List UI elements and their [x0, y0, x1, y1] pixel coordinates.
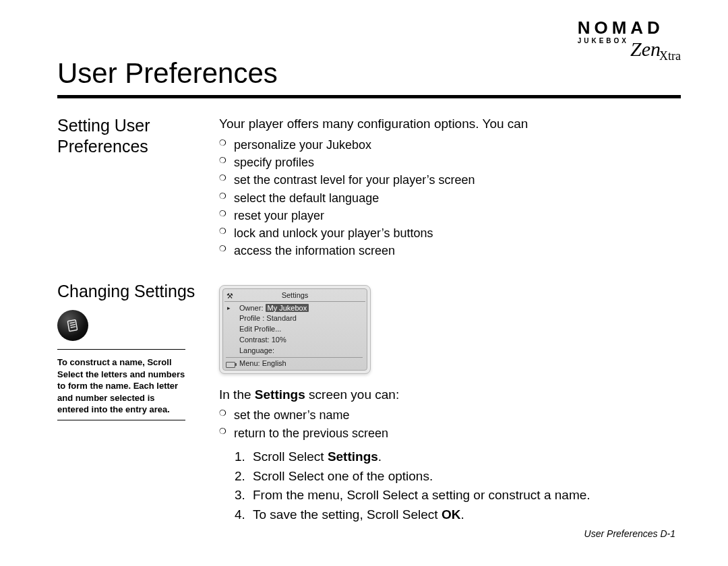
brand-zen: Zen [630, 39, 661, 59]
tip-text: To construct a name, Scroll Select the l… [57, 356, 189, 416]
step-item: To save the setting, Scroll Select OK. [249, 506, 681, 524]
bullet-item: access the information screen [234, 243, 681, 259]
svg-line-1 [70, 322, 75, 323]
bullet-item: select the default language [234, 190, 681, 206]
steps-list: Scroll Select Settings. Scroll Select on… [219, 448, 681, 524]
section2-bullets: set the owner’s name return to the previ… [219, 407, 681, 441]
bullet-item: reset your player [234, 208, 681, 224]
screen-row-language: Language: [239, 346, 363, 356]
brand-nomad: NOMAD [578, 19, 681, 36]
screen-row-edit: Edit Profile... [239, 324, 363, 334]
page-footer: User Preferences D-1 [584, 528, 675, 539]
play-icon: ▸ [227, 304, 231, 312]
bullet-item: set the contrast level for your player’s… [234, 172, 681, 188]
section1-intro: Your player offers many configuration op… [219, 115, 681, 133]
step-item: Scroll Select Settings. [249, 448, 681, 466]
bullet-item: set the owner’s name [234, 407, 681, 423]
bullet-item: return to the previous screen [234, 425, 681, 441]
section-heading-setting: Setting User Preferences [57, 115, 202, 158]
tip-rule-top [57, 349, 185, 350]
step-item: Scroll Select one of the options. [249, 468, 681, 485]
bullet-item: lock and unlock your player’s buttons [234, 225, 681, 241]
svg-rect-0 [67, 320, 77, 332]
brand-xtra: Xtra [659, 50, 681, 62]
step-item: From the menu, Scroll Select a setting o… [249, 486, 681, 504]
page-title: User Preferences [57, 57, 681, 90]
bullet-item: personalize your Jukebox [234, 137, 681, 153]
screen-header: Settings [224, 290, 365, 302]
section-heading-changing: Changing Settings [57, 281, 202, 302]
brand-jukebox: JUKEBOX [578, 38, 629, 44]
svg-line-2 [70, 324, 75, 325]
owner-highlight: My Jukebox [266, 304, 309, 312]
screen-row-profile: Profile : Standard [239, 313, 363, 323]
section2-intro: In the Settings screen you can: [219, 386, 681, 404]
svg-line-3 [71, 327, 76, 328]
screen-footer: Menu: English [226, 357, 363, 369]
screen-row-owner: Owner: My Jukebox [239, 303, 363, 313]
brand-logo: NOMAD JUKEBOXZenXtra [578, 19, 681, 57]
screen-row-contrast: Contrast: 10% [239, 335, 363, 345]
tip-notepad-icon [57, 310, 88, 341]
battery-icon [226, 362, 235, 368]
section1-bullets: personalize your Jukebox specify profile… [219, 137, 681, 259]
title-rule [57, 95, 681, 98]
device-screenshot: ⚒ ▸ Settings Owner: My Jukebox Profile :… [219, 285, 371, 374]
tip-rule-bottom [57, 420, 185, 420]
bullet-item: specify profiles [234, 154, 681, 170]
